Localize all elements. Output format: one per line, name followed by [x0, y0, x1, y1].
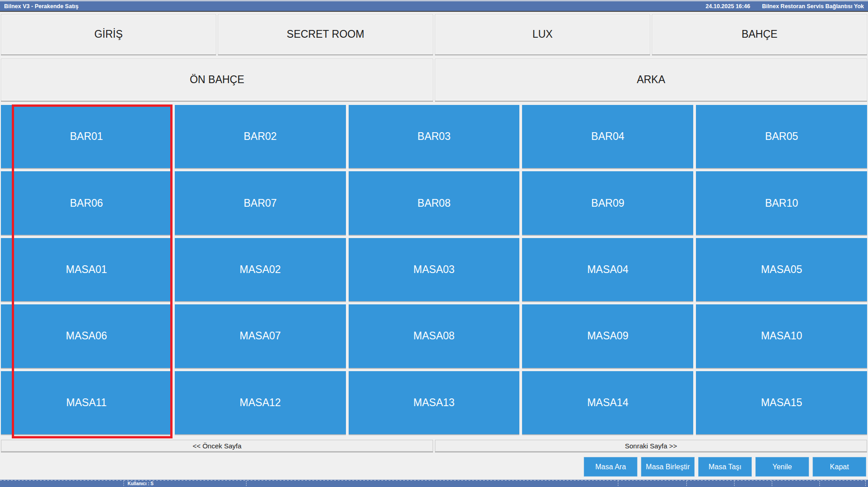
previous-page-button[interactable]: << Öncek Sayfa — [1, 440, 433, 452]
current-user-label: Kullanıcı : S — [128, 480, 153, 487]
table-button-bar03[interactable]: BAR03 — [349, 105, 520, 168]
app-window: Bilnex V3 - Perakende Satış 24.10.2025 1… — [0, 0, 868, 487]
title-bar: Bilnex V3 - Perakende Satış 24.10.2025 1… — [0, 0, 868, 12]
table-button-masa12[interactable]: MASA12 — [175, 371, 346, 434]
table-button-masa05[interactable]: MASA05 — [696, 238, 867, 301]
table-button-masa09[interactable]: MASA09 — [522, 304, 693, 368]
table-button-masa08[interactable]: MASA08 — [349, 304, 520, 368]
table-button-bar05[interactable]: BAR05 — [696, 105, 867, 168]
table-button-masa10[interactable]: MASA10 — [696, 304, 867, 368]
section-tab-bahce[interactable]: BAHÇE — [652, 14, 867, 55]
statusbar-separator — [123, 481, 124, 486]
section-tab-on-bahce[interactable]: ÖN BAHÇE — [1, 59, 433, 101]
connection-status-label: Bilnex Restoran Servis Bağlantısı Yok — [762, 3, 864, 10]
statusbar-separator — [686, 481, 687, 486]
action-button-bar: Masa AraMasa BirleştirMasa TaşıYenileKap… — [584, 457, 866, 477]
section-tabs-row-2: ÖN BAHÇEARKA — [1, 59, 867, 101]
table-button-masa13[interactable]: MASA13 — [349, 371, 520, 434]
action-button-masa-tasi[interactable]: Masa Taşı — [698, 457, 752, 477]
table-button-bar04[interactable]: BAR04 — [522, 105, 693, 168]
section-tabs-row-1: GİRİŞSECRET ROOMLUXBAHÇE — [1, 14, 867, 55]
action-button-kapat[interactable]: Kapat — [813, 457, 866, 477]
statusbar-separator — [865, 481, 866, 486]
table-button-bar02[interactable]: BAR02 — [175, 105, 346, 168]
table-button-masa02[interactable]: MASA02 — [175, 238, 346, 301]
table-button-bar10[interactable]: BAR10 — [696, 171, 867, 234]
table-button-bar01[interactable]: BAR01 — [1, 105, 172, 168]
statusbar-separator — [618, 481, 618, 486]
pagination-bar: << Öncek Sayfa Sonraki Sayfa >> — [1, 440, 867, 452]
section-tab-secret-room[interactable]: SECRET ROOM — [218, 14, 433, 55]
table-button-bar07[interactable]: BAR07 — [175, 171, 346, 234]
table-button-masa06[interactable]: MASA06 — [1, 304, 172, 368]
table-button-masa07[interactable]: MASA07 — [175, 304, 346, 368]
table-grid: BAR01BAR02BAR03BAR04BAR05BAR06BAR07BAR08… — [1, 105, 867, 434]
statusbar-separator — [819, 481, 820, 486]
table-button-masa04[interactable]: MASA04 — [522, 238, 693, 301]
table-button-masa01[interactable]: MASA01 — [1, 238, 172, 301]
statusbar-separator — [772, 481, 772, 486]
section-tab-giris[interactable]: GİRİŞ — [1, 14, 216, 55]
table-button-bar08[interactable]: BAR08 — [349, 171, 520, 234]
table-button-masa14[interactable]: MASA14 — [522, 371, 693, 434]
table-button-masa15[interactable]: MASA15 — [696, 371, 867, 434]
window-title: Bilnex V3 - Perakende Satış — [4, 3, 79, 10]
section-tab-arka[interactable]: ARKA — [435, 59, 867, 101]
table-button-bar06[interactable]: BAR06 — [1, 171, 172, 234]
action-button-yenile[interactable]: Yenile — [755, 457, 809, 477]
section-tab-lux[interactable]: LUX — [435, 14, 650, 55]
status-bar: Kullanıcı : S — [0, 480, 868, 487]
statusbar-separator — [734, 481, 735, 486]
statusbar-separator — [246, 481, 247, 486]
table-button-masa03[interactable]: MASA03 — [349, 238, 520, 301]
table-button-bar09[interactable]: BAR09 — [522, 171, 693, 234]
action-button-masa-ara[interactable]: Masa Ara — [584, 457, 637, 477]
next-page-button[interactable]: Sonraki Sayfa >> — [435, 440, 867, 452]
table-button-masa11[interactable]: MASA11 — [1, 371, 172, 434]
datetime-label: 24.10.2025 16:46 — [705, 3, 750, 10]
action-button-masa-birlestir[interactable]: Masa Birleştir — [641, 457, 695, 477]
title-bar-right: 24.10.2025 16:46 Bilnex Restoran Servis … — [705, 3, 864, 10]
